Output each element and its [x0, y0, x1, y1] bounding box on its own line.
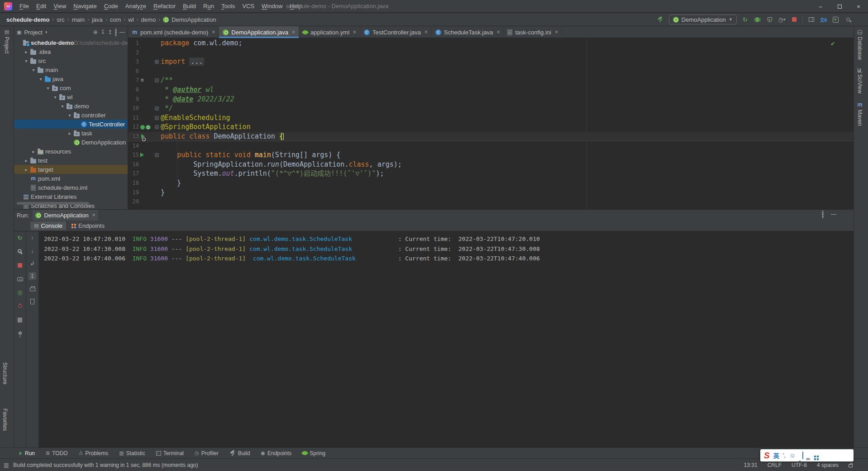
spring-bean-icon[interactable] — [140, 125, 145, 130]
scroll-to-end-button[interactable]: ↧ — [29, 272, 36, 280]
coverage-button[interactable] — [766, 16, 773, 24]
stop-button[interactable] — [790, 16, 798, 24]
close-icon[interactable]: × — [353, 29, 356, 35]
print-button[interactable] — [29, 285, 36, 293]
tab-endpoints[interactable]: Endpoints — [68, 221, 108, 230]
tool-window-switcher-icon[interactable]: ▥ — [4, 462, 9, 468]
menu-item-analyze[interactable]: Analyze — [122, 1, 150, 11]
code-editor[interactable]: 1package com.wl.demo;23+import ...67≣-/*… — [128, 38, 854, 209]
tree-chevron-icon[interactable]: ▾ — [45, 86, 51, 91]
expand-all-button[interactable]: ↧ — [100, 29, 105, 35]
line-number[interactable]: 12 — [128, 122, 139, 132]
line-number[interactable]: 8 — [128, 85, 139, 95]
fold-marker[interactable]: - — [153, 113, 161, 123]
line-number[interactable]: 15 — [128, 150, 139, 160]
menu-item-vcs[interactable]: VCS — [238, 1, 258, 11]
breadcrumb-item-schedule-demo[interactable]: schedule-demo — [6, 16, 49, 23]
tree-row-resources[interactable]: ▸resources — [14, 147, 128, 156]
hide-panel-button[interactable]: — — [831, 211, 836, 218]
editor-tab-task-config.ini[interactable]: task-config.ini× — [504, 26, 562, 38]
code-line-10[interactable]: 10- */ — [128, 104, 854, 113]
stop-button[interactable] — [16, 261, 24, 269]
coverage-button[interactable]: ◎ — [16, 288, 24, 296]
breadcrumb-item-demoapplication[interactable]: DemoApplication — [172, 16, 216, 23]
code-line-12[interactable]: 12-@SpringBootApplication — [128, 122, 854, 132]
edit-configuration-button[interactable] — [16, 248, 24, 255]
breadcrumb-item-demo[interactable]: demo — [141, 16, 156, 23]
editor-tab-pom.xml[interactable]: mpom.xml (schedule-demo)× — [128, 26, 219, 38]
fold-marker[interactable]: - — [153, 76, 161, 85]
menu-item-build[interactable]: Build — [179, 1, 200, 11]
tree-chevron-icon[interactable]: ▸ — [23, 49, 29, 54]
code-text[interactable]: public static void main(String[] args) { — [161, 150, 340, 160]
tree-chevron-icon[interactable]: ▸ — [30, 149, 37, 154]
editor-tab-application.yml[interactable]: application.yml× — [299, 26, 360, 38]
code-line-17[interactable]: 17 System.out.println("(*^▽^*)启动成功!!!(″'… — [128, 169, 854, 178]
close-icon[interactable]: × — [212, 29, 215, 35]
tree-row-com[interactable]: ▾com — [14, 83, 128, 92]
locate-file-button[interactable]: ⊕ — [93, 29, 98, 35]
caret-position-widget[interactable]: 13:31 — [744, 462, 758, 468]
settings-gear-icon[interactable] — [822, 211, 824, 218]
sidebar-item-project[interactable]: ▤ Project — [0, 29, 14, 53]
code-line-19[interactable]: 19} — [128, 188, 854, 197]
minimize-button[interactable]: – — [811, 0, 830, 13]
fold-collapse-icon[interactable]: - — [155, 78, 159, 82]
tree-row-test[interactable]: ▸test — [14, 156, 128, 165]
menu-item-edit[interactable]: Edit — [33, 1, 50, 11]
line-number[interactable]: 18 — [128, 178, 139, 188]
tree-row-java[interactable]: ▾java — [14, 74, 128, 83]
code-line-15[interactable]: 15- public static void main(String[] arg… — [128, 150, 854, 160]
fold-marker[interactable]: - — [153, 104, 161, 113]
tool-window-button-run[interactable]: Run — [15, 449, 38, 457]
encoding-widget[interactable]: UTF-8 — [792, 462, 807, 468]
tree-row-demo[interactable]: ▾demo — [14, 101, 128, 111]
chevron-down-icon[interactable]: ▾ — [45, 30, 48, 34]
fold-collapse-icon[interactable]: - — [155, 116, 159, 120]
ime-punctuation-icon[interactable]: ’, — [783, 452, 786, 459]
line-number[interactable]: 10 — [128, 104, 139, 113]
exit-button[interactable] — [16, 302, 24, 310]
tree-chevron-icon[interactable]: ▸ — [23, 158, 29, 163]
fold-marker[interactable]: + — [153, 57, 161, 67]
soft-wrap-button[interactable]: ↲ — [29, 260, 36, 267]
tree-row-testcontroller[interactable]: CTestController — [14, 120, 128, 129]
code-line-18[interactable]: 18 } — [128, 178, 854, 188]
tree-row-external-libraries[interactable]: External Libraries — [14, 192, 128, 201]
inspections-ok-icon[interactable]: ✔ — [830, 40, 835, 47]
tool-window-button-statistic[interactable]: ▥Statistic — [115, 449, 148, 457]
line-number[interactable]: 7 — [128, 76, 139, 85]
translate-button[interactable]: 文A — [820, 16, 827, 24]
run-button[interactable]: ↻ — [741, 16, 749, 24]
code-line-14[interactable]: 14 — [128, 141, 854, 151]
menu-item-tools[interactable]: Tools — [218, 1, 238, 11]
close-icon[interactable]: × — [496, 29, 500, 35]
code-text[interactable]: package com.wl.demo; — [161, 38, 243, 48]
tree-row-demoapplication[interactable]: DemoApplication — [14, 138, 128, 147]
tree-row--idea[interactable]: ▸.idea — [14, 47, 128, 56]
run-configuration-select[interactable]: DemoApplication ▼ — [669, 14, 737, 24]
fold-marker[interactable]: - — [153, 150, 161, 160]
tool-window-button-problems[interactable]: ⚠Problems — [75, 449, 112, 457]
code-text[interactable]: */ — [161, 104, 173, 113]
tool-window-button-terminal[interactable]: >Terminal — [153, 449, 187, 457]
tree-row-pom-xml[interactable]: mpom.xml — [14, 174, 128, 183]
tool-window-button-todo[interactable]: ≣TODO — [42, 449, 72, 457]
code-line-7[interactable]: 7≣-/** — [128, 76, 854, 85]
line-number[interactable]: 17 — [128, 169, 139, 178]
editor-tab-demoapplication.java[interactable]: DemoApplication.java× — [219, 26, 299, 38]
tree-row-main[interactable]: ▾main — [14, 65, 128, 74]
code-text[interactable]: * @author wl — [161, 85, 214, 95]
code-line-8[interactable]: 8 * @author wl — [128, 85, 854, 95]
project-panel-title[interactable]: Project — [24, 29, 42, 36]
tree-chevron-icon[interactable]: ▸ — [23, 167, 29, 172]
tool-window-button-profiler[interactable]: ◷Profiler — [191, 449, 222, 457]
sidebar-item-favorites[interactable]: Favorites — [2, 409, 8, 431]
menu-item-file[interactable]: File — [16, 1, 33, 11]
horizontal-scrollbar[interactable] — [17, 202, 89, 205]
menu-item-code[interactable]: Code — [100, 1, 122, 11]
line-number[interactable]: 16 — [128, 160, 139, 169]
fold-collapse-icon[interactable]: - — [155, 106, 159, 111]
collapse-all-button[interactable]: ↥ — [108, 29, 112, 35]
rerun-button[interactable]: ↻ — [16, 234, 24, 242]
